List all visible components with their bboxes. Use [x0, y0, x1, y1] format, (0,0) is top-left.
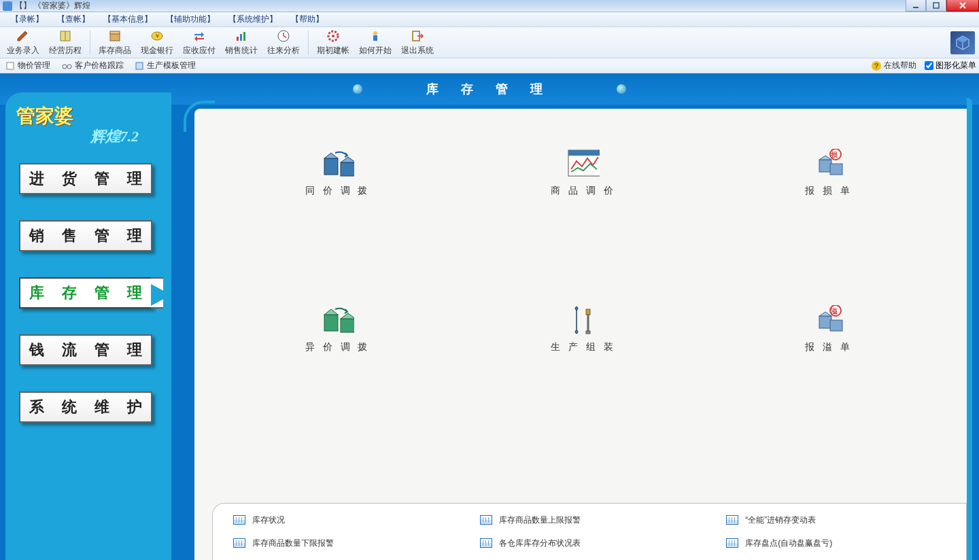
tool-inventory-goods[interactable]: 库存商品 — [95, 27, 135, 58]
app-icon — [3, 1, 12, 11]
main-panel: 同 价 调 拨 商 品 调 价 损 报 损 单 异 价 调 拨 生 产 组 装 … — [194, 109, 972, 560]
module-same-price-transfer[interactable]: 同 价 调 拨 — [305, 150, 371, 197]
svg-rect-40 — [830, 320, 842, 331]
module-loss-report[interactable]: 损 报 损 单 — [805, 150, 853, 197]
svg-rect-9 — [240, 34, 242, 41]
close-button[interactable] — [946, 0, 979, 12]
svg-rect-8 — [237, 37, 239, 41]
logo-sub: 辉煌7.2 — [16, 126, 163, 147]
page-title: 库 存 管 理 — [426, 81, 552, 97]
menu-query[interactable]: 【查帐】 — [50, 12, 97, 27]
panel-right-edge — [967, 98, 972, 560]
svg-text:损: 损 — [830, 151, 840, 158]
graphic-menu-checkbox[interactable] — [925, 61, 933, 70]
report-all-changes[interactable]: “全能”进销存变动表 — [726, 510, 946, 529]
nav-inventory[interactable]: 库 存 管 理 — [19, 277, 152, 309]
nav-cashflow[interactable]: 钱 流 管 理 — [19, 334, 152, 366]
tool-cash-bank[interactable]: ￥现金银行 — [137, 27, 177, 58]
svg-text:￥: ￥ — [154, 33, 160, 39]
report-stock-check[interactable]: 库存盘点(自动盘赢盘亏) — [726, 533, 946, 553]
graphic-menu-toggle[interactable]: 图形化菜单 — [925, 60, 976, 71]
tool2-customer-price-track[interactable]: 客户价格跟踪 — [58, 59, 126, 72]
menu-help[interactable]: 【帮助】 — [284, 12, 330, 27]
tool-receivable-payable[interactable]: 应收应付 — [179, 27, 220, 58]
sidebar-frame: 管家婆 辉煌7.2 进 货 管 理 销 售 管 理 库 存 管 理 钱 流 管 … — [5, 92, 171, 560]
template-icon — [135, 61, 144, 71]
svg-rect-0 — [913, 7, 918, 8]
menu-record[interactable]: 【录帐】 — [4, 12, 50, 27]
arrows-icon — [192, 29, 207, 43]
menu-aux[interactable]: 【辅助功能】 — [159, 12, 222, 27]
svg-rect-17 — [7, 63, 14, 69]
question-icon: ? — [872, 61, 881, 71]
tool-exit[interactable]: 退出系统 — [397, 27, 438, 58]
svg-point-18 — [63, 65, 67, 69]
loss-box-icon: 损 — [812, 150, 845, 178]
svg-rect-27 — [819, 160, 831, 172]
svg-point-19 — [67, 65, 71, 69]
box-icon — [107, 29, 122, 43]
report-lower-alarm[interactable]: 库存商品数量下限报警 — [233, 533, 453, 553]
report-warehouse-distribution[interactable]: 各仓库库存分布状况表 — [480, 533, 700, 553]
person-icon — [368, 29, 383, 43]
book-icon — [58, 29, 73, 43]
svg-rect-5 — [110, 31, 120, 34]
tool-how-start[interactable]: 如何开始 — [355, 27, 396, 58]
svg-rect-28 — [830, 164, 842, 175]
online-help-link[interactable]: ?在线帮助 — [869, 59, 919, 72]
nav-sales[interactable]: 销 售 管 理 — [19, 220, 152, 251]
money-icon: ￥ — [150, 29, 165, 43]
tool-sales-stats[interactable]: 销售统计 — [221, 27, 262, 58]
report-upper-alarm[interactable]: 库存商品数量上限报警 — [480, 510, 700, 529]
tool2-prod-template[interactable]: 生产模板管理 — [132, 59, 199, 72]
maximize-button[interactable] — [926, 0, 946, 12]
warehouse-transfer2-icon — [322, 306, 354, 334]
warehouse-transfer-icon — [322, 150, 354, 178]
chart-icon — [234, 29, 249, 43]
tool2-price-manage[interactable]: 物价管理 — [3, 59, 53, 72]
module-diff-price-transfer[interactable]: 异 价 调 拨 — [305, 306, 371, 353]
sidebar: 管家婆 辉煌7.2 进 货 管 理 销 售 管 理 库 存 管 理 钱 流 管 … — [5, 92, 171, 560]
exit-icon — [410, 29, 425, 43]
module-production-assembly[interactable]: 生 产 组 装 — [551, 306, 616, 353]
menu-sys-maint[interactable]: 【系统维护】 — [222, 12, 284, 27]
deco-dot-left-icon — [353, 84, 362, 94]
minimize-button[interactable] — [906, 0, 926, 12]
svg-marker-24 — [341, 157, 354, 162]
tool-init-accounts[interactable]: 期初建帐 — [313, 27, 354, 58]
window-controls — [906, 0, 979, 12]
pencil-icon — [16, 29, 31, 43]
nav-sysmaint[interactable]: 系 统 维 护 — [19, 391, 152, 423]
menu-bar: 【录帐】 【查帐】 【基本信息】 【辅助功能】 【系统维护】 【帮助】 — [0, 12, 979, 27]
overflow-box-icon: 溢 — [812, 306, 845, 334]
svg-rect-36 — [586, 309, 590, 315]
svg-rect-20 — [136, 63, 143, 69]
glasses-icon — [61, 61, 72, 71]
svg-rect-38 — [586, 331, 590, 334]
svg-point-13 — [332, 35, 334, 37]
tool-biz-entry[interactable]: 业务录入 — [3, 27, 44, 58]
report-stock-status[interactable]: 库存状况 — [233, 510, 453, 529]
logo-main: 管家婆 — [16, 103, 163, 129]
table-icon — [233, 538, 245, 548]
tools-icon — [567, 306, 600, 334]
tool-contact-analysis[interactable]: 往来分析 — [263, 27, 304, 58]
menu-basic-info[interactable]: 【基本信息】 — [97, 12, 159, 27]
cube-logo-icon — [950, 31, 975, 54]
reports-panel: 库存状况 库存商品数量上限报警 “全能”进销存变动表 库存商品数量下限报警 各仓… — [212, 503, 967, 560]
nav-column: 进 货 管 理 销 售 管 理 库 存 管 理 钱 流 管 理 系 统 维 护 — [8, 159, 171, 427]
doc-icon — [5, 61, 15, 71]
module-overflow-report[interactable]: 溢 报 溢 单 — [805, 306, 853, 353]
module-price-adjust[interactable]: 商 品 调 价 — [551, 150, 616, 197]
tool-biz-history[interactable]: 经营历程 — [45, 27, 86, 58]
secondary-toolbar: 物价管理 客户价格跟踪 生产模板管理 ?在线帮助 图形化菜单 — [0, 58, 979, 73]
svg-marker-22 — [324, 153, 338, 158]
svg-rect-23 — [341, 162, 354, 176]
price-chart-icon — [567, 150, 600, 178]
svg-rect-21 — [324, 158, 338, 175]
toolbar-separator — [308, 31, 309, 55]
logo-area: 管家婆 辉煌7.2 — [8, 95, 171, 154]
nav-purchase[interactable]: 进 货 管 理 — [19, 163, 152, 194]
svg-marker-33 — [324, 309, 338, 315]
svg-point-14 — [373, 31, 377, 35]
